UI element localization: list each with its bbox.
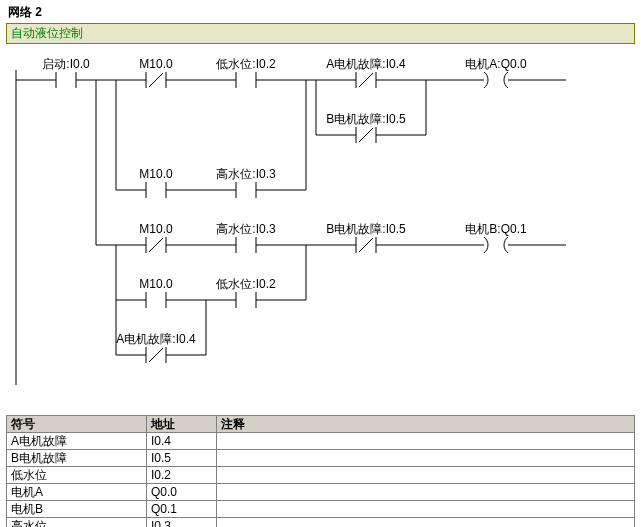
- table-row: 高水位I0.3: [7, 518, 635, 528]
- svg-text:电机B:Q0.1: 电机B:Q0.1: [465, 222, 527, 236]
- svg-line-55: [359, 238, 373, 252]
- svg-line-27: [359, 128, 373, 142]
- col-address: 地址: [147, 416, 217, 433]
- table-row: B电机故障I0.5: [7, 450, 635, 467]
- svg-text:高水位:I0.3: 高水位:I0.3: [216, 167, 276, 181]
- svg-text:B电机故障:I0.5: B电机故障:I0.5: [326, 112, 406, 126]
- svg-text:A电机故障:I0.4: A电机故障:I0.4: [116, 332, 196, 346]
- svg-text:高水位:I0.3: 高水位:I0.3: [216, 222, 276, 236]
- col-symbol: 符号: [7, 416, 147, 433]
- table-row: 电机BQ0.1: [7, 501, 635, 518]
- svg-text:启动:I0.0: 启动:I0.0: [42, 57, 90, 71]
- table-header-row: 符号 地址 注释: [7, 416, 635, 433]
- svg-text:低水位:I0.2: 低水位:I0.2: [216, 277, 276, 291]
- svg-text:M10.0: M10.0: [139, 222, 173, 236]
- svg-line-9: [149, 73, 163, 87]
- svg-text:M10.0: M10.0: [139, 277, 173, 291]
- svg-line-18: [359, 73, 373, 87]
- svg-text:B电机故障:I0.5: B电机故障:I0.5: [326, 222, 406, 236]
- svg-text:M10.0: M10.0: [139, 167, 173, 181]
- svg-text:A电机故障:I0.4: A电机故障:I0.4: [326, 57, 406, 71]
- svg-line-46: [149, 238, 163, 252]
- svg-text:低水位:I0.2: 低水位:I0.2: [216, 57, 276, 71]
- table-row: 电机AQ0.0: [7, 484, 635, 501]
- svg-line-75: [149, 348, 163, 362]
- network-description: 自动液位控制: [6, 23, 635, 44]
- network-title: 网络 2: [8, 4, 635, 21]
- symbol-table: 符号 地址 注释 A电机故障I0.4 B电机故障I0.5 低水位I0.2 电机A…: [6, 415, 635, 527]
- table-row: 低水位I0.2: [7, 467, 635, 484]
- col-comment: 注释: [217, 416, 635, 433]
- table-row: A电机故障I0.4: [7, 433, 635, 450]
- ladder-diagram: 启动:I0.0 M10.0 低水位:I0.2 A电机故障:I0.4 电机A:Q0…: [6, 50, 626, 385]
- svg-text:M10.0: M10.0: [139, 57, 173, 71]
- svg-text:电机A:Q0.0: 电机A:Q0.0: [465, 57, 527, 71]
